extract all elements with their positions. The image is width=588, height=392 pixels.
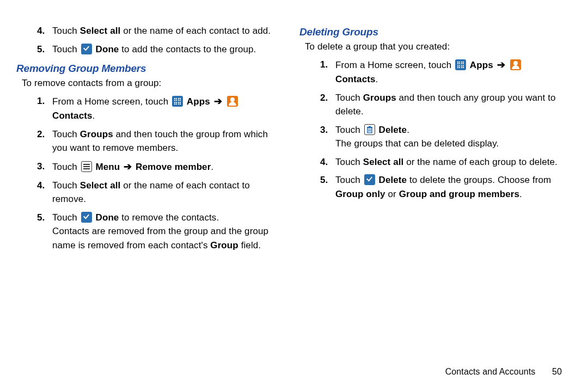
bold: Delete (379, 125, 407, 135)
step-3: 3. Touch Menu ➔ Remove member. (37, 157, 283, 176)
text: . (407, 125, 409, 135)
svg-rect-5 (369, 126, 371, 127)
text: Touch (52, 180, 80, 191)
sub-text: Contacts are removed from the group and … (52, 224, 283, 252)
text: Touch (52, 162, 80, 172)
bold: Select all (80, 180, 121, 191)
sub-text: The groups that can be deleted display. (335, 137, 566, 151)
bold: Select all (80, 26, 121, 36)
text: Touch (52, 26, 80, 36)
step-4: 4. Touch Select all or the name of each … (37, 176, 283, 209)
right-column: Deleting Groups To delete a group that y… (299, 22, 566, 254)
text: Touch (335, 93, 363, 103)
text: or the name of each group to delete. (403, 157, 558, 167)
step-2: 2. Touch Groups and then touch any group… (320, 89, 566, 121)
step-4: 4. Touch Select all or the name of each … (320, 153, 566, 171)
check-icon (81, 212, 92, 223)
text: Touch (335, 157, 363, 167)
step-5: 5. Touch Delete to delete the groups. Ch… (320, 171, 566, 203)
apps-icon (455, 59, 466, 70)
intro-text: To delete a group that you created: (305, 41, 566, 52)
pre-steps-list: 4. Touch Select all or the name of each … (16, 22, 283, 58)
text: Touch (52, 212, 80, 223)
menu-icon (81, 161, 92, 172)
step-3: 3. Touch Delete. The groups that can be … (320, 121, 566, 153)
text: Touch (52, 44, 80, 54)
removing-steps: 1. From a Home screen, touch Apps ➔ Cont… (16, 92, 283, 254)
text: field. (238, 240, 261, 250)
section-heading-removing: Removing Group Members (16, 63, 283, 75)
text: or (385, 189, 399, 199)
text: From a Home screen, touch (335, 60, 454, 70)
text: to remove the contacts. (119, 212, 219, 223)
left-column: 4. Touch Select all or the name of each … (16, 22, 283, 254)
bold: Select all (363, 157, 404, 167)
text: From a Home screen, touch (52, 96, 171, 107)
page-number: 50 (552, 367, 562, 376)
arrow-icon: ➔ (213, 96, 223, 107)
text: . (376, 74, 378, 84)
bold: Delete (379, 175, 407, 185)
text: to add the contacts to the group. (119, 44, 256, 54)
check-icon (364, 174, 375, 185)
bold: Apps (470, 60, 493, 70)
bold: Group only (335, 189, 385, 199)
bold: Group (210, 240, 238, 250)
bold: Groups (363, 93, 396, 103)
text: . (519, 189, 522, 199)
step-5: 5. Touch Done to remove the contacts. Co… (37, 209, 283, 255)
intro-text: To remove contacts from a group: (22, 78, 283, 89)
bold: Groups (80, 129, 113, 139)
bold: Apps (187, 96, 210, 107)
arrow-icon: ➔ (496, 59, 506, 70)
section-name: Contacts and Accounts (445, 367, 536, 376)
bold: Done (96, 44, 119, 54)
contacts-icon (510, 59, 521, 70)
step-1: 1. From a Home screen, touch Apps ➔ Cont… (37, 92, 283, 125)
step-4: 4. Touch Select all or the name of each … (37, 22, 283, 40)
section-heading-deleting: Deleting Groups (299, 26, 566, 38)
text: to delete the groups. Choose from (407, 175, 551, 185)
text: Touch (335, 175, 363, 185)
bold: Done (96, 212, 119, 223)
text: . (211, 162, 213, 172)
page-footer: Contacts and Accounts 50 (445, 367, 562, 377)
bold: Contacts (335, 74, 376, 84)
step-2: 2. Touch Groups and then touch the group… (37, 125, 283, 157)
contacts-icon (227, 96, 238, 107)
bold: Contacts (52, 111, 93, 121)
text: or the name of each contact to add. (120, 26, 271, 36)
step-5: 5. Touch Done to add the contacts to the… (37, 40, 283, 59)
page-content: 4. Touch Select all or the name of each … (0, 0, 588, 254)
bold: Menu (96, 162, 120, 172)
check-icon (81, 44, 92, 54)
text: . (93, 111, 95, 121)
bold: Remove member (136, 162, 211, 172)
step-1: 1. From a Home screen, touch Apps ➔ Cont… (320, 56, 566, 89)
trash-icon (364, 124, 375, 135)
svg-rect-4 (367, 127, 372, 128)
text: Touch (335, 125, 363, 135)
text: Touch (52, 129, 80, 139)
apps-icon (172, 96, 183, 107)
deleting-steps: 1. From a Home screen, touch Apps ➔ Cont… (299, 56, 566, 203)
bold: Group and group members (399, 189, 519, 199)
arrow-icon: ➔ (122, 161, 133, 172)
